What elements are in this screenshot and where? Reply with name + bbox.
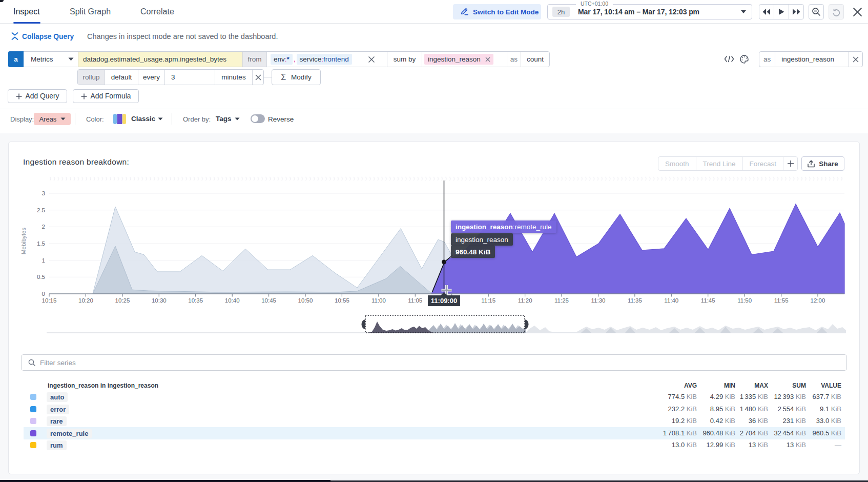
svg-text:1.5: 1.5	[37, 240, 45, 247]
svg-text:Mebibytes: Mebibytes	[20, 228, 27, 255]
svg-text:10:30: 10:30	[152, 297, 167, 304]
svg-text:11:30: 11:30	[591, 297, 606, 304]
svg-text:0.5: 0.5	[37, 274, 45, 280]
svg-text:11:45: 11:45	[701, 297, 715, 304]
svg-text:11:00: 11:00	[371, 297, 386, 304]
svg-text:11:35: 11:35	[628, 297, 642, 304]
svg-text:0: 0	[42, 291, 45, 297]
svg-text:11:05: 11:05	[408, 297, 422, 304]
svg-text:10:40: 10:40	[225, 297, 240, 304]
svg-text:2.5: 2.5	[37, 207, 45, 213]
svg-text:10:45: 10:45	[261, 297, 276, 304]
svg-text:11:40: 11:40	[664, 297, 678, 304]
svg-text:10:55: 10:55	[335, 297, 349, 304]
svg-text:10:20: 10:20	[78, 297, 93, 304]
svg-text:10:15: 10:15	[42, 297, 57, 304]
svg-text:10:35: 10:35	[188, 297, 203, 304]
svg-text:10:50: 10:50	[298, 297, 313, 304]
svg-text:11:55: 11:55	[774, 297, 789, 304]
svg-text:12:00: 12:00	[811, 297, 825, 304]
svg-text:11:20: 11:20	[518, 297, 532, 304]
svg-text:10:25: 10:25	[115, 297, 130, 304]
svg-text:2: 2	[42, 224, 45, 230]
svg-text:11:15: 11:15	[481, 297, 495, 304]
svg-text:1: 1	[42, 257, 45, 264]
svg-text:11:25: 11:25	[554, 297, 569, 304]
svg-text:11:50: 11:50	[737, 297, 752, 304]
svg-text:3: 3	[42, 190, 45, 196]
